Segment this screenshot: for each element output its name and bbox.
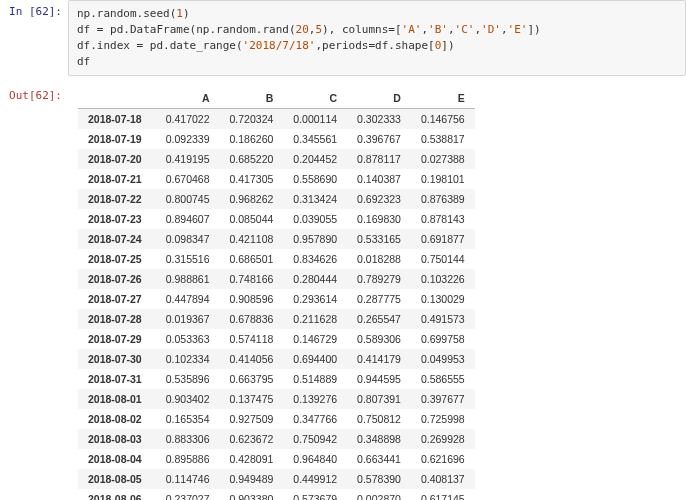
cell-value: 0.725998: [411, 409, 475, 429]
cell-value: 0.686501: [220, 249, 284, 269]
code-line-2: df = pd.DataFrame(np.random.rand(20,5), …: [77, 23, 541, 36]
row-index: 2018-07-26: [78, 269, 156, 289]
input-cell: In [62]: np.random.seed(1) df = pd.DataF…: [0, 0, 686, 76]
cell-value: 0.670468: [156, 169, 220, 189]
row-index: 2018-07-22: [78, 189, 156, 209]
cell-value: 0.617145: [411, 489, 475, 500]
cell-value: 0.293614: [283, 289, 347, 309]
cell-value: 0.692323: [347, 189, 411, 209]
cell-value: 0.139276: [283, 389, 347, 409]
dataframe-table: A B C D E 2018-07-180.4170220.7203240.00…: [78, 88, 475, 500]
row-index: 2018-08-06: [78, 489, 156, 500]
row-index: 2018-08-02: [78, 409, 156, 429]
cell-value: 0.315516: [156, 249, 220, 269]
output-cell: Out[62]: A B C D E 2018-07-180.4170220.7…: [0, 84, 686, 500]
table-row: 2018-07-240.0983470.4211080.9578900.5331…: [78, 229, 475, 249]
cell-value: 0.287775: [347, 289, 411, 309]
code-editor[interactable]: np.random.seed(1) df = pd.DataFrame(np.r…: [68, 0, 686, 76]
cell-value: 0.114746: [156, 469, 220, 489]
cell-value: 0.417305: [220, 169, 284, 189]
cell-value: 0.165354: [156, 409, 220, 429]
code-line-4: df: [77, 55, 90, 68]
cell-value: 0.348898: [347, 429, 411, 449]
row-index: 2018-08-05: [78, 469, 156, 489]
cell-value: 0.146756: [411, 108, 475, 129]
cell-value: 0.876389: [411, 189, 475, 209]
cell-value: 0.130029: [411, 289, 475, 309]
row-index: 2018-07-19: [78, 129, 156, 149]
cell-value: 0.533165: [347, 229, 411, 249]
cell-value: 0.694400: [283, 349, 347, 369]
table-row: 2018-07-220.8007450.9682620.3134240.6923…: [78, 189, 475, 209]
cell-value: 0.949489: [220, 469, 284, 489]
cell-value: 0.447894: [156, 289, 220, 309]
cell-value: 0.903380: [220, 489, 284, 500]
cell-value: 0.514889: [283, 369, 347, 389]
cell-value: 0.408137: [411, 469, 475, 489]
table-row: 2018-08-020.1653540.9275090.3477660.7508…: [78, 409, 475, 429]
row-index: 2018-08-01: [78, 389, 156, 409]
cell-value: 0.491573: [411, 309, 475, 329]
table-row: 2018-07-250.3155160.6865010.8346260.0182…: [78, 249, 475, 269]
cell-value: 0.720324: [220, 108, 284, 129]
cell-value: 0.807391: [347, 389, 411, 409]
header-row: A B C D E: [78, 88, 475, 109]
row-index: 2018-07-21: [78, 169, 156, 189]
col-header: A: [156, 88, 220, 109]
cell-value: 0.578390: [347, 469, 411, 489]
table-row: 2018-07-230.8946070.0850440.0390550.1698…: [78, 209, 475, 229]
cell-value: 0.895886: [156, 449, 220, 469]
cell-value: 0.894607: [156, 209, 220, 229]
col-header: B: [220, 88, 284, 109]
cell-value: 0.313424: [283, 189, 347, 209]
index-header: [78, 88, 156, 109]
row-index: 2018-07-31: [78, 369, 156, 389]
cell-value: 0.428091: [220, 449, 284, 469]
table-row: 2018-07-190.0923390.1862600.3455610.3967…: [78, 129, 475, 149]
row-index: 2018-07-25: [78, 249, 156, 269]
input-prompt: In [62]:: [0, 0, 68, 18]
table-row: 2018-08-040.8958860.4280910.9648400.6634…: [78, 449, 475, 469]
row-index: 2018-08-04: [78, 449, 156, 469]
cell-value: 0.748166: [220, 269, 284, 289]
cell-value: 0.663441: [347, 449, 411, 469]
col-header: E: [411, 88, 475, 109]
output-prompt: Out[62]:: [0, 84, 68, 102]
cell-value: 0.002870: [347, 489, 411, 500]
cell-value: 0.280444: [283, 269, 347, 289]
row-index: 2018-07-27: [78, 289, 156, 309]
cell-value: 0.137475: [220, 389, 284, 409]
cell-value: 0.421108: [220, 229, 284, 249]
cell-value: 0.053363: [156, 329, 220, 349]
cell-value: 0.018288: [347, 249, 411, 269]
cell-value: 0.102334: [156, 349, 220, 369]
cell-value: 0.903402: [156, 389, 220, 409]
cell-value: 0.944595: [347, 369, 411, 389]
cell-value: 0.027388: [411, 149, 475, 169]
cell-value: 0.237027: [156, 489, 220, 500]
cell-value: 0.685220: [220, 149, 284, 169]
cell-value: 0.397677: [411, 389, 475, 409]
cell-value: 0.878117: [347, 149, 411, 169]
col-header: D: [347, 88, 411, 109]
cell-value: 0.800745: [156, 189, 220, 209]
cell-value: 0.988861: [156, 269, 220, 289]
table-row: 2018-08-010.9034020.1374750.1392760.8073…: [78, 389, 475, 409]
table-row: 2018-08-060.2370270.9033800.5736790.0028…: [78, 489, 475, 500]
cell-value: 0.538817: [411, 129, 475, 149]
cell-value: 0.140387: [347, 169, 411, 189]
cell-value: 0.345561: [283, 129, 347, 149]
cell-value: 0.092339: [156, 129, 220, 149]
cell-value: 0.103226: [411, 269, 475, 289]
table-row: 2018-07-310.5358960.6637950.5148890.9445…: [78, 369, 475, 389]
cell-value: 0.623672: [220, 429, 284, 449]
table-row: 2018-07-290.0533630.5741180.1467290.5893…: [78, 329, 475, 349]
row-index: 2018-07-24: [78, 229, 156, 249]
cell-value: 0.834626: [283, 249, 347, 269]
cell-value: 0.663795: [220, 369, 284, 389]
cell-value: 0.146729: [283, 329, 347, 349]
cell-value: 0.269928: [411, 429, 475, 449]
cell-value: 0.573679: [283, 489, 347, 500]
cell-value: 0.964840: [283, 449, 347, 469]
cell-value: 0.419195: [156, 149, 220, 169]
